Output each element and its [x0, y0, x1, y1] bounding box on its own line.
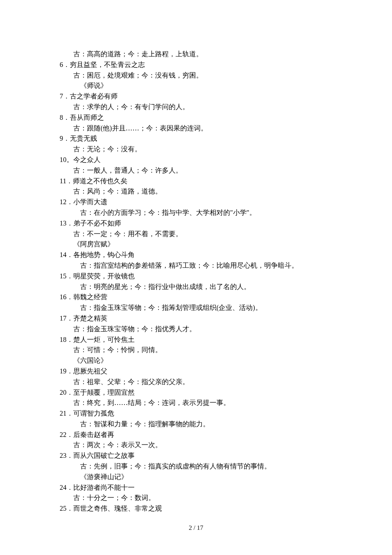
text-line: 古：指金玉珠宝等物；今：指优秀人才。 — [60, 324, 332, 335]
text-line: 古：两次；今：表示又一次。 — [60, 440, 332, 451]
text-line: 21．可谓智力孤危 — [60, 408, 332, 419]
text-line: 8．吾从而师之 — [60, 113, 332, 123]
text-line: 古：一般人，普通人；今：许多人。 — [60, 165, 332, 176]
text-line: 古：终究，到……结局；今：连词，表示另提一事。 — [60, 398, 332, 408]
text-line: 古：跟随(他)并且……；今：表因果的连词。 — [60, 123, 332, 134]
text-line: 《游褒禅山记》 — [60, 472, 332, 483]
text-line: 18．楚人一炬，可怜焦土 — [60, 335, 332, 345]
text-line: 23．而从六国破亡之故事 — [60, 451, 332, 461]
text-line: 古：指金玉珠宝等物；今：指筹划管理或组织(企业、活动)。 — [60, 303, 332, 313]
text-line: 16．韩魏之经营 — [60, 292, 332, 303]
text-line: 7．古之学者必有师 — [60, 91, 332, 102]
text-line: 古：十分之一；今：数词。 — [60, 493, 332, 503]
text-line: 14．各抱地势，钩心斗角 — [60, 250, 332, 260]
text-line: 20．至于颠覆，理固宜然 — [60, 387, 332, 398]
text-line: 古：困厄，处境艰难；今：没有钱，穷困。 — [60, 70, 332, 81]
text-line: 19．思厥先祖父 — [60, 366, 332, 377]
text-line: 古：祖辈、父辈；今：指父亲的父亲。 — [60, 377, 332, 387]
text-line: 17．齐楚之精英 — [60, 313, 332, 324]
text-line: 古：风尚；今：道路，道德。 — [60, 186, 332, 197]
text-line: 25．而世之奇伟、瑰怪、非常之观 — [60, 503, 332, 514]
text-line: 11．师道之不传也久矣 — [60, 176, 332, 187]
text-line: 10。今之众人 — [60, 155, 332, 165]
text-line: 古：无论；今：没有。 — [60, 144, 332, 155]
text-line: 古：在小的方面学习；今：指与中学、大学相对的"小学"。 — [60, 208, 332, 218]
text-line: 《六国论》 — [60, 356, 332, 366]
text-line: 24．比好游者尚不能十一 — [60, 483, 332, 493]
page-footer: 2 / 17 — [0, 523, 392, 533]
text-line: 13．弟子不必不如师 — [60, 218, 332, 229]
text-line: 古：求学的人；今：有专门学问的人。 — [60, 102, 332, 113]
text-line: 古：先例，旧事；今：指真实的或虚构的有人物有情节的事情。 — [60, 461, 332, 472]
text-line: 古：可惜；今：怜悯，同情。 — [60, 345, 332, 356]
text-line: 古：明亮的星光；今：指行业中做出成绩，出了名的人。 — [60, 282, 332, 292]
text-line: 古：高高的道路；今：走上路程，上轨道。 — [60, 49, 332, 60]
document-content: 古：高高的道路；今：走上路程，上轨道。6．穷且益坚，不坠青云之志古：困厄，处境艰… — [60, 49, 332, 514]
text-line: 22．后秦击赵者再 — [60, 430, 332, 440]
text-line: 9．无贵无贱 — [60, 133, 332, 144]
text-line: 6．穷且益坚，不坠青云之志 — [60, 60, 332, 70]
text-line: 《师说》 — [60, 81, 332, 91]
text-line: 12．小学而大遗 — [60, 197, 332, 208]
text-line: 古：智谋和力量；今：指理解事物的能力。 — [60, 419, 332, 430]
text-line: 15．明星荧荧，开妆镜也 — [60, 271, 332, 282]
text-line: 古：指宫室结构的参差错落，精巧工致；今：比喻用尽心机，明争暗斗。 — [60, 260, 332, 271]
text-line: 古：不一定；今：用不着，不需要。 — [60, 229, 332, 240]
text-line: 《阿房宫赋》 — [60, 239, 332, 250]
document-page: 古：高高的道路；今：走上路程，上轨道。6．穷且益坚，不坠青云之志古：困厄，处境艰… — [0, 0, 392, 555]
